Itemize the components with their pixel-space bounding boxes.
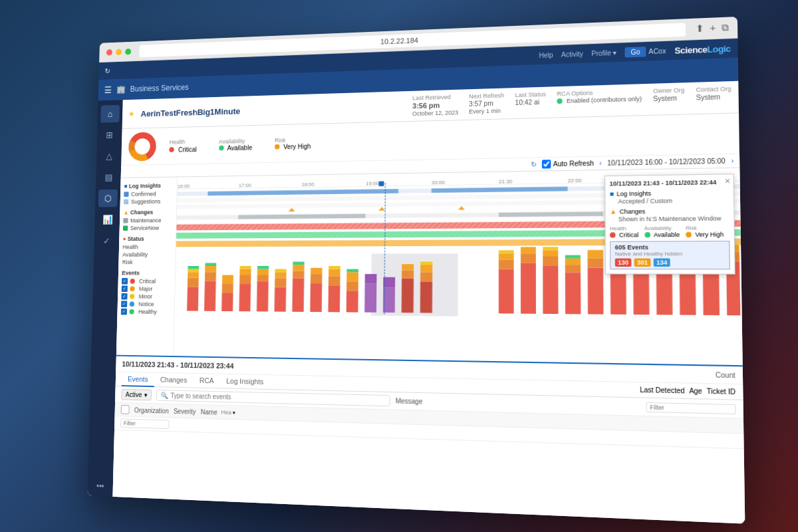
critical-checkbox[interactable]: ✓ [122, 278, 128, 285]
filter-dropdown-icon[interactable]: ▾ [144, 392, 148, 399]
minor-checkbox[interactable]: ✓ [121, 293, 127, 300]
svg-marker-12 [458, 206, 465, 210]
svg-rect-41 [257, 281, 269, 312]
legend-health: Health [122, 243, 172, 251]
svg-rect-45 [275, 287, 287, 312]
legend-maintenance: Maintenance [123, 216, 172, 224]
svg-rect-76 [499, 269, 514, 314]
tab-changes[interactable]: Changes [154, 373, 193, 388]
health-critical-item: Critical [169, 146, 197, 153]
svg-rect-63 [346, 269, 358, 273]
legend-confirmed: Confirmed [124, 190, 173, 198]
sidebar-item-reports[interactable]: 📊 [98, 211, 117, 229]
owner-org-meta: Owner Org System [653, 86, 685, 110]
legend-events-title: Events [122, 270, 171, 277]
search-events-box[interactable]: 🔍 [156, 390, 390, 406]
share-icon[interactable]: ⬆ [696, 23, 704, 35]
go-button[interactable]: Go [625, 47, 646, 57]
business-services-nav-icon[interactable]: 🏢 [116, 85, 126, 94]
chart-svg-area[interactable]: 16:00 17:00 18:00 19:00 20:00 21:30 22:0… [174, 168, 742, 365]
notice-checkbox[interactable]: ✓ [121, 301, 127, 307]
events-num-3: 134 [654, 258, 670, 267]
service-meta: Last Retrieved 3:56 pm October 12, 2023 … [412, 85, 732, 117]
message-filter-input[interactable] [646, 402, 736, 414]
timeline-range: 10/11/2023 16:00 - 10/12/2023 05:00 [607, 157, 726, 166]
svg-rect-42 [257, 275, 269, 281]
svg-rect-15 [499, 211, 603, 217]
sidebar-item-check[interactable]: ✓ [97, 232, 116, 250]
major-checkbox[interactable]: ✓ [122, 285, 128, 292]
svg-text:19:00: 19:00 [366, 180, 379, 186]
auto-refresh-checkbox[interactable] [542, 160, 551, 168]
sidebar-item-dashboard[interactable]: ⊞ [100, 126, 119, 144]
prev-range-icon[interactable]: ‹ [599, 160, 602, 167]
svg-text:22:00: 22:00 [568, 178, 582, 184]
help-link[interactable]: Help [539, 51, 553, 59]
org-filter-input[interactable] [120, 418, 169, 429]
top-bar-left: ↻ [104, 66, 110, 74]
message-label: Message [396, 397, 423, 405]
svg-rect-29 [188, 266, 199, 269]
tab-loginsights[interactable]: Log Insights [220, 374, 270, 390]
availability-dot [219, 146, 224, 151]
browser-maximize-dot[interactable] [125, 48, 131, 55]
svg-rect-75 [420, 261, 432, 265]
svg-rect-28 [188, 269, 199, 272]
major-dot [130, 286, 134, 291]
message-col-area: Message [396, 397, 640, 410]
svg-text:20:00: 20:00 [432, 180, 445, 186]
sidebar-item-inventory[interactable]: ▤ [99, 168, 118, 186]
current-org-label: ACox [648, 47, 666, 55]
sidebar-item-services[interactable]: ⬡ [98, 190, 118, 207]
activity-link[interactable]: Activity [561, 50, 583, 58]
legend-section-changes: ▲ Changes Maintenance ServiceNow [123, 209, 173, 232]
select-all-checkbox[interactable] [121, 405, 130, 414]
svg-rect-91 [588, 268, 604, 315]
health-dot [169, 147, 174, 152]
browser-close-dot[interactable] [106, 49, 112, 56]
next-range-icon[interactable]: › [731, 157, 733, 165]
count-label: Count [716, 371, 735, 379]
refresh-chart-icon[interactable]: ↻ [531, 161, 537, 168]
profile-link[interactable]: Profile ▾ [591, 49, 616, 57]
svg-rect-72 [420, 281, 432, 313]
legend-section-loginsights: ■ Log Insights Confirmed Suggestions [124, 182, 174, 205]
menu-icon[interactable]: ☰ [104, 85, 112, 95]
tab-events[interactable]: Events [122, 372, 154, 387]
tooltip-close-button[interactable]: ✕ [724, 178, 730, 186]
sciencelogic-logo: ScienceLogic [674, 43, 731, 55]
refresh-icon[interactable]: ↻ [104, 66, 110, 74]
svg-rect-87 [565, 273, 581, 315]
tab-rca[interactable]: RCA [193, 374, 220, 388]
hea-dropdown-icon[interactable]: ▾ [233, 410, 235, 416]
tooltip-events-nums: 130 301 134 [615, 258, 725, 267]
svg-rect-92 [588, 258, 603, 267]
bookmark-icon[interactable]: + [710, 23, 716, 35]
legend-section-events: Events ✓ Critical ✓ Ma [121, 270, 172, 316]
svg-text:16:00: 16:00 [178, 183, 190, 189]
sidebar-more-dots[interactable]: ••• [96, 481, 104, 491]
tooltip-loginsights-row: ■ Log Insights [610, 188, 730, 198]
svg-rect-25 [187, 287, 198, 311]
healthy-checkbox[interactable]: ✓ [121, 309, 127, 315]
last-detected-header: Last Detected [640, 386, 685, 394]
health-labels: Health Critical [169, 138, 197, 154]
active-filter-badge[interactable]: Active ▾ [121, 389, 152, 401]
tooltip-loginsights-section: ■ Log Insights Accepted / Custom [610, 188, 730, 205]
tabs-icon[interactable]: ⧉ [722, 22, 729, 34]
svg-rect-47 [275, 272, 286, 278]
svg-rect-93 [588, 250, 603, 259]
breadcrumb-label: Business Services [130, 83, 189, 94]
sidebar-item-alerts[interactable]: △ [99, 147, 118, 165]
org-col-header: Organization [134, 406, 169, 414]
search-events-input[interactable] [170, 392, 385, 404]
legend-minor: ✓ Minor [121, 293, 171, 301]
auto-refresh-toggle[interactable]: Auto Refresh [542, 159, 594, 169]
favorite-icon[interactable]: ★ [128, 110, 135, 118]
sidebar-item-home[interactable]: ⌂ [100, 105, 120, 123]
browser-minimize-dot[interactable] [116, 49, 122, 55]
svg-rect-77 [499, 259, 514, 269]
legend-healthy: ✓ Healthy [121, 308, 171, 316]
tooltip-availability: Availability Available [644, 225, 680, 238]
svg-rect-89 [565, 258, 581, 265]
